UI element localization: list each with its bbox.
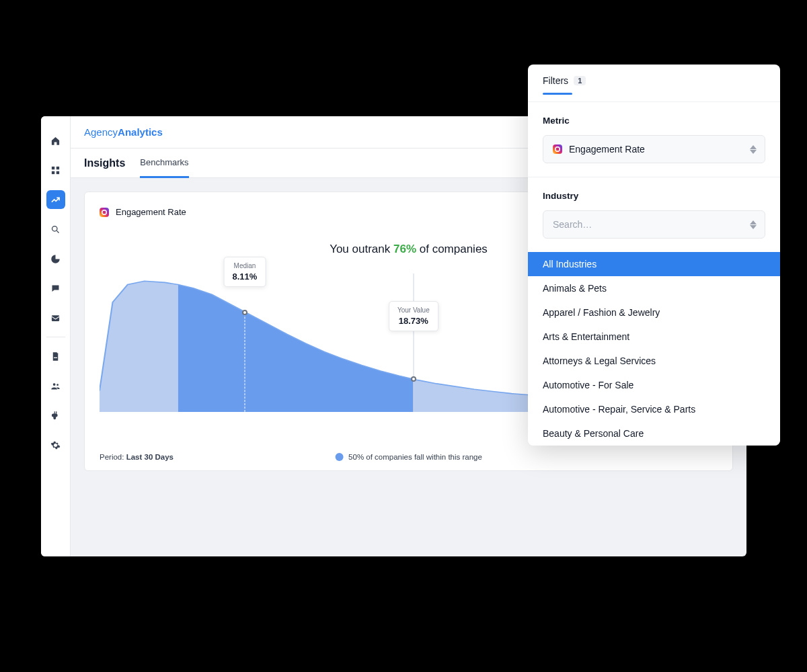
instagram-icon — [553, 144, 562, 154]
svg-line-5 — [56, 230, 59, 233]
median-tooltip-value: 8.11% — [233, 271, 258, 282]
sidebar-item-reports[interactable] — [46, 249, 65, 268]
filter-section-industry: Industry — [528, 177, 780, 252]
brand-logo: AgencyAnalytics — [84, 126, 163, 138]
svg-rect-6 — [52, 315, 59, 321]
industry-option[interactable]: Animals & Pets — [528, 276, 780, 300]
sidebar-item-messages[interactable] — [46, 308, 65, 327]
brand-word-b: Analytics — [118, 126, 163, 138]
filters-header: Filters 1 — [528, 65, 780, 86]
industry-label: Industry — [543, 191, 765, 201]
filters-panel: Filters 1 Metric Engagement Rate Industr… — [528, 65, 780, 446]
sidebar-item-home[interactable] — [46, 131, 65, 150]
sidebar-item-documents[interactable] — [46, 347, 65, 366]
sidebar-item-users[interactable] — [46, 376, 65, 395]
industry-search-input[interactable] — [553, 219, 755, 230]
svg-rect-1 — [56, 166, 59, 169]
industry-search[interactable] — [543, 210, 765, 239]
sidebar-item-feedback[interactable] — [46, 279, 65, 298]
filter-section-metric: Metric Engagement Rate — [528, 101, 780, 177]
svg-point-9 — [56, 384, 59, 386]
sidebar-item-insights[interactable] — [46, 190, 65, 209]
svg-point-8 — [53, 383, 56, 386]
headline-pre: You outrank — [330, 243, 393, 255]
sidebar-item-integrations[interactable] — [46, 406, 65, 425]
industry-option[interactable]: Attorneys & Legal Services — [528, 349, 780, 373]
period-value: Last 30 Days — [126, 453, 174, 461]
your-tooltip: Your Value 18.73% — [389, 301, 438, 331]
filters-count-badge: 1 — [574, 76, 586, 85]
metric-select[interactable]: Engagement Rate — [543, 135, 765, 163]
svg-rect-3 — [56, 171, 59, 173]
sidebar — [41, 116, 71, 556]
industry-dropdown: All Industries Animals & Pets Apparel / … — [528, 252, 780, 446]
sidebar-item-settings[interactable] — [46, 435, 65, 454]
your-marker-dot — [411, 376, 416, 382]
your-marker-line — [413, 274, 414, 412]
headline-post: of companies — [416, 243, 488, 255]
industry-option[interactable]: Apparel / Fashion & Jewelry — [528, 300, 780, 325]
svg-point-4 — [52, 226, 58, 231]
svg-rect-7 — [54, 357, 57, 358]
tab-benchmarks[interactable]: Benchmarks — [140, 149, 188, 178]
median-tooltip: Median 8.11% — [224, 257, 266, 287]
median-marker-dot — [242, 310, 247, 315]
updown-icon — [750, 220, 757, 229]
industry-option[interactable]: Automotive - For Sale — [528, 373, 780, 397]
period-text: Period: Last 30 Days — [100, 453, 174, 461]
headline-pct: 76% — [393, 243, 416, 255]
brand-word-a: Agency — [84, 126, 118, 138]
metric-label: Metric — [543, 116, 765, 126]
filters-tab-underline — [543, 93, 572, 95]
industry-option[interactable]: Arts & Entertainment — [528, 325, 780, 349]
median-tooltip-label: Median — [233, 262, 258, 269]
your-tooltip-label: Your Value — [397, 306, 430, 314]
industry-option[interactable]: Beauty & Personal Care — [528, 421, 780, 446]
legend: 50% of companies fall within this range — [335, 453, 482, 461]
industry-option[interactable]: All Industries — [528, 252, 780, 276]
metric-select-value: Engagement Rate — [569, 144, 645, 155]
filters-title: Filters — [543, 75, 568, 86]
sidebar-item-search[interactable] — [46, 220, 65, 239]
sidebar-divider — [46, 337, 65, 337]
page-title: Insights — [84, 157, 125, 169]
instagram-icon — [100, 208, 109, 217]
sidebar-item-dashboards[interactable] — [46, 161, 65, 179]
svg-rect-0 — [52, 166, 54, 169]
card-metric-name: Engagement Rate — [116, 207, 186, 217]
period-label: Period: — [100, 453, 126, 461]
card-footer: Period: Last 30 Days 50% of companies fa… — [100, 453, 718, 461]
industry-option[interactable]: Automotive - Repair, Service & Parts — [528, 397, 780, 421]
svg-rect-2 — [52, 171, 54, 173]
your-tooltip-value: 18.73% — [397, 316, 430, 326]
updown-icon — [750, 145, 757, 154]
median-marker-line — [244, 274, 245, 412]
legend-label: 50% of companies fall within this range — [348, 453, 482, 461]
legend-dot-icon — [335, 453, 343, 461]
